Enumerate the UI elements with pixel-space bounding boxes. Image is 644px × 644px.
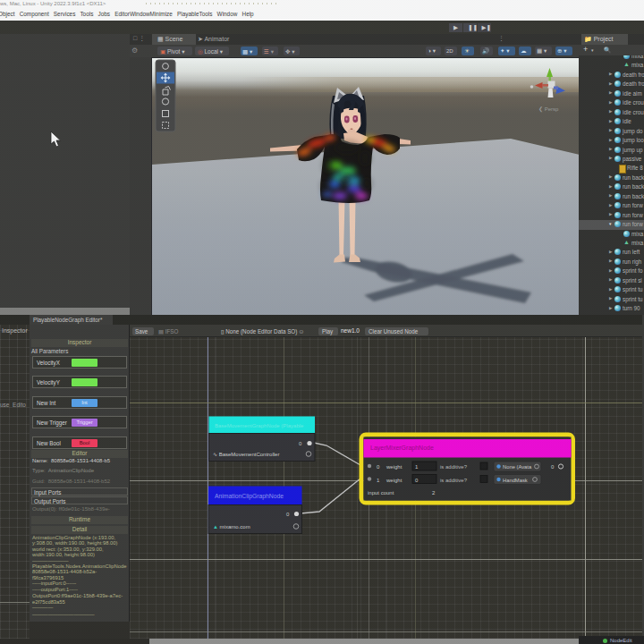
svg-text:weight: weight (386, 478, 402, 483)
svg-text:❮ Persp: ❮ Persp (538, 106, 559, 113)
svg-text:∿ BaseMovementController: ∿ BaseMovementController (213, 452, 279, 457)
svg-text:HandMask: HandMask (503, 478, 528, 483)
svg-text:weight: weight (386, 464, 402, 470)
svg-text:LayerMixerGraphNode: LayerMixerGraphNode (370, 445, 434, 452)
svg-text:None (Avata: None (Avata (503, 464, 532, 470)
svg-text:BaseMovementGraphNode (Playabl: BaseMovementGraphNode (Playable (215, 423, 304, 428)
svg-text:input count: input count (368, 490, 394, 496)
svg-text:is additive?: is additive? (440, 478, 468, 483)
svg-text:is additive?: is additive? (440, 464, 468, 470)
svg-text:AnimationClipGraphNode: AnimationClipGraphNode (215, 493, 284, 500)
svg-text:▲ mixamo.com: ▲ mixamo.com (213, 524, 250, 530)
